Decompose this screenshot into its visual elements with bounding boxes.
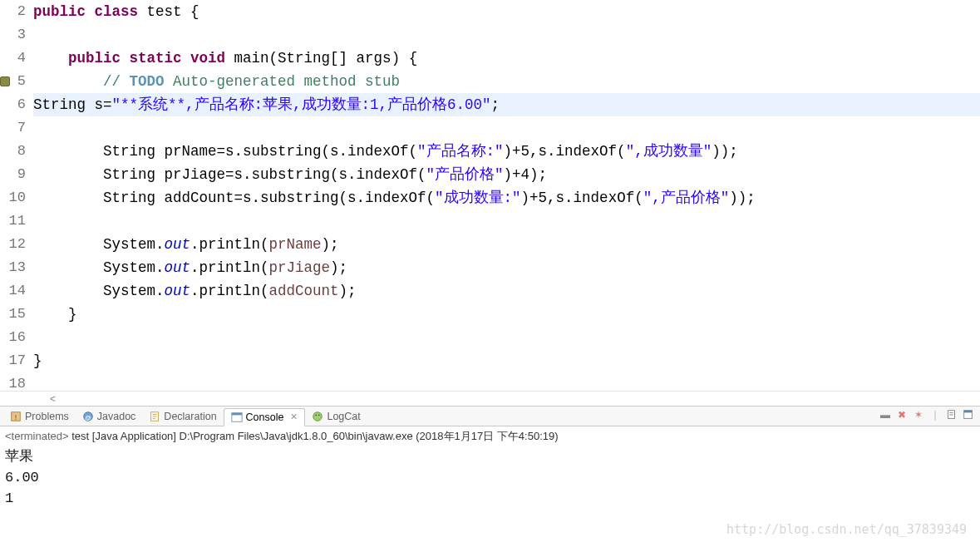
tab-label: Problems xyxy=(25,411,69,422)
code-editor[interactable]: 23456789101112131415161718 public class … xyxy=(0,0,980,391)
code-line[interactable]: public static void main(String[] args) { xyxy=(33,47,980,70)
code-line[interactable] xyxy=(33,116,980,140)
console-line: 苹果 xyxy=(5,446,975,467)
code-line[interactable]: String s="**系统**,产品名称:苹果,成功数量:1,产品价格6.00… xyxy=(33,93,980,116)
line-number: 6 xyxy=(0,93,32,116)
line-number: 13 xyxy=(0,256,32,279)
tab-label: Console xyxy=(246,411,284,423)
line-number: 4 xyxy=(0,47,32,70)
clear-console-icon[interactable]: ✶ xyxy=(912,408,925,421)
horizontal-scrollbar[interactable]: < xyxy=(0,391,980,406)
code-content[interactable]: public class test { public static void m… xyxy=(33,0,980,391)
line-number-gutter: 23456789101112131415161718 xyxy=(0,0,33,391)
code-line[interactable]: public class test { xyxy=(33,0,980,23)
line-number: 2 xyxy=(0,0,32,23)
code-line[interactable]: String prName=s.substring(s.indexOf("产品名… xyxy=(33,140,980,163)
code-line[interactable]: } xyxy=(33,303,980,326)
line-number: 12 xyxy=(0,233,32,256)
line-number: 9 xyxy=(0,163,32,186)
code-line[interactable]: String prJiage=s.substring(s.indexOf("产品… xyxy=(33,163,980,186)
code-line[interactable] xyxy=(33,209,980,233)
watermark-text: http://blog.csdn.net/qq_37839349 xyxy=(726,522,967,537)
line-number: 10 xyxy=(0,186,32,209)
tab-declaration[interactable]: Declaration xyxy=(142,407,223,426)
process-info: test [Java Application] D:\Program Files… xyxy=(69,430,559,442)
svg-point-12 xyxy=(318,414,320,416)
svg-point-10 xyxy=(313,411,323,421)
remove-all-icon[interactable]: ✖ xyxy=(895,408,909,421)
console-process-header: <terminated> test [Java Application] D:\… xyxy=(5,429,975,444)
console-icon xyxy=(231,411,243,423)
remove-launch-icon[interactable]: ▬ xyxy=(879,408,892,421)
line-number: 16 xyxy=(0,326,32,349)
line-number: 3 xyxy=(0,23,32,47)
tab-console[interactable]: Console ✕ xyxy=(224,408,306,426)
code-line[interactable]: } xyxy=(33,349,980,372)
declaration-icon xyxy=(149,411,160,422)
code-line[interactable] xyxy=(33,326,980,349)
console-line: 1 xyxy=(5,488,975,509)
code-line[interactable] xyxy=(33,372,980,391)
svg-rect-9 xyxy=(231,412,241,415)
code-line[interactable]: System.out.println(prName); xyxy=(33,233,980,256)
logcat-icon xyxy=(312,411,323,422)
pin-console-icon[interactable] xyxy=(962,408,975,421)
tab-javadoc[interactable]: @ Javadoc xyxy=(76,407,143,426)
svg-text:@: @ xyxy=(85,413,91,421)
scroll-lock-icon[interactable] xyxy=(945,408,958,421)
code-line[interactable] xyxy=(33,23,980,47)
tab-label: Javadoc xyxy=(97,411,136,422)
line-number: 18 xyxy=(0,372,32,396)
line-number: 15 xyxy=(0,303,32,326)
tab-label: Declaration xyxy=(164,411,216,422)
line-number: 17 xyxy=(0,349,32,372)
tab-logcat[interactable]: LogCat xyxy=(305,407,367,426)
tab-label: LogCat xyxy=(327,411,360,422)
bottom-panel: ! Problems @ Javadoc Declaration Console… xyxy=(0,406,980,512)
code-line[interactable]: System.out.println(prJiage); xyxy=(33,256,980,279)
code-line[interactable]: String addCount=s.substring(s.indexOf("成… xyxy=(33,186,980,209)
problems-icon: ! xyxy=(10,411,22,422)
close-tab-icon[interactable]: ✕ xyxy=(290,411,298,422)
svg-rect-17 xyxy=(964,411,973,413)
javadoc-icon: @ xyxy=(82,411,94,422)
line-number: 11 xyxy=(0,209,32,233)
svg-point-11 xyxy=(316,414,318,416)
scroll-left-icon[interactable]: < xyxy=(50,393,56,405)
console-toolbar: ▬ ✖ ✶ | xyxy=(879,408,975,421)
code-line[interactable]: // TODO Auto-generated method stub xyxy=(33,70,980,93)
console-line: 6.00 xyxy=(5,467,975,488)
line-number: 5 xyxy=(0,70,32,93)
code-line[interactable]: System.out.println(addCount); xyxy=(33,279,980,303)
console-output[interactable]: 苹果6.001 xyxy=(5,446,975,509)
views-tab-bar: ! Problems @ Javadoc Declaration Console… xyxy=(0,406,980,426)
tab-problems[interactable]: ! Problems xyxy=(3,407,76,426)
line-number: 14 xyxy=(0,279,32,303)
line-number: 8 xyxy=(0,140,32,163)
terminated-label: <terminated> xyxy=(5,430,69,442)
console-body[interactable]: <terminated> test [Java Application] D:\… xyxy=(0,426,980,512)
divider: | xyxy=(928,408,942,421)
svg-text:!: ! xyxy=(15,412,17,421)
line-number: 7 xyxy=(0,116,32,140)
